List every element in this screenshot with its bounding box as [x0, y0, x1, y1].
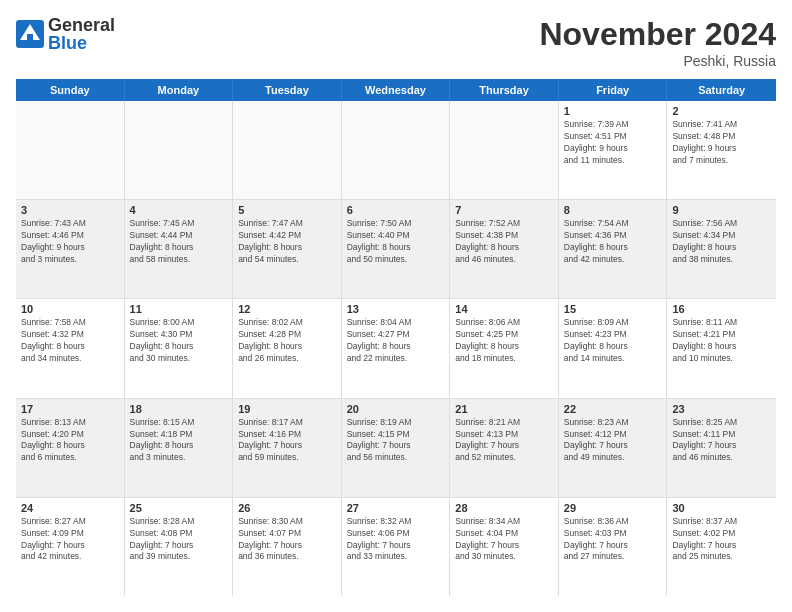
calendar-cell-r3-c5: 22Sunrise: 8:23 AM Sunset: 4:12 PM Dayli… — [559, 399, 668, 497]
day-number: 22 — [564, 403, 662, 415]
month-title: November 2024 — [539, 16, 776, 53]
day-number: 9 — [672, 204, 771, 216]
calendar-cell-r3-c3: 20Sunrise: 8:19 AM Sunset: 4:15 PM Dayli… — [342, 399, 451, 497]
calendar-cell-r3-c4: 21Sunrise: 8:21 AM Sunset: 4:13 PM Dayli… — [450, 399, 559, 497]
calendar-cell-r2-c2: 12Sunrise: 8:02 AM Sunset: 4:28 PM Dayli… — [233, 299, 342, 397]
calendar-cell-r4-c5: 29Sunrise: 8:36 AM Sunset: 4:03 PM Dayli… — [559, 498, 668, 596]
day-number: 19 — [238, 403, 336, 415]
day-number: 6 — [347, 204, 445, 216]
day-detail: Sunrise: 7:54 AM Sunset: 4:36 PM Dayligh… — [564, 218, 662, 266]
day-number: 4 — [130, 204, 228, 216]
day-detail: Sunrise: 8:00 AM Sunset: 4:30 PM Dayligh… — [130, 317, 228, 365]
day-number: 28 — [455, 502, 553, 514]
day-number: 24 — [21, 502, 119, 514]
calendar-cell-r1-c0: 3Sunrise: 7:43 AM Sunset: 4:46 PM Daylig… — [16, 200, 125, 298]
day-number: 17 — [21, 403, 119, 415]
day-number: 2 — [672, 105, 771, 117]
day-detail: Sunrise: 8:17 AM Sunset: 4:16 PM Dayligh… — [238, 417, 336, 465]
day-number: 13 — [347, 303, 445, 315]
calendar-cell-r4-c3: 27Sunrise: 8:32 AM Sunset: 4:06 PM Dayli… — [342, 498, 451, 596]
header-monday: Monday — [125, 79, 234, 101]
calendar-row-4: 24Sunrise: 8:27 AM Sunset: 4:09 PM Dayli… — [16, 498, 776, 596]
logo-text: General Blue — [48, 16, 115, 52]
calendar-cell-r2-c3: 13Sunrise: 8:04 AM Sunset: 4:27 PM Dayli… — [342, 299, 451, 397]
calendar-cell-r1-c3: 6Sunrise: 7:50 AM Sunset: 4:40 PM Daylig… — [342, 200, 451, 298]
calendar-cell-r0-c0 — [16, 101, 125, 199]
day-detail: Sunrise: 8:30 AM Sunset: 4:07 PM Dayligh… — [238, 516, 336, 564]
day-detail: Sunrise: 7:50 AM Sunset: 4:40 PM Dayligh… — [347, 218, 445, 266]
location: Peshki, Russia — [539, 53, 776, 69]
calendar-cell-r1-c1: 4Sunrise: 7:45 AM Sunset: 4:44 PM Daylig… — [125, 200, 234, 298]
calendar-cell-r4-c6: 30Sunrise: 8:37 AM Sunset: 4:02 PM Dayli… — [667, 498, 776, 596]
logo: General Blue — [16, 16, 115, 52]
logo-blue-text: Blue — [48, 34, 115, 52]
day-detail: Sunrise: 8:02 AM Sunset: 4:28 PM Dayligh… — [238, 317, 336, 365]
calendar-cell-r1-c5: 8Sunrise: 7:54 AM Sunset: 4:36 PM Daylig… — [559, 200, 668, 298]
calendar-row-3: 17Sunrise: 8:13 AM Sunset: 4:20 PM Dayli… — [16, 399, 776, 498]
day-detail: Sunrise: 8:13 AM Sunset: 4:20 PM Dayligh… — [21, 417, 119, 465]
day-detail: Sunrise: 7:56 AM Sunset: 4:34 PM Dayligh… — [672, 218, 771, 266]
day-number: 16 — [672, 303, 771, 315]
day-detail: Sunrise: 8:15 AM Sunset: 4:18 PM Dayligh… — [130, 417, 228, 465]
day-detail: Sunrise: 7:39 AM Sunset: 4:51 PM Dayligh… — [564, 119, 662, 167]
logo-general-text: General — [48, 16, 115, 34]
day-number: 18 — [130, 403, 228, 415]
day-number: 29 — [564, 502, 662, 514]
day-detail: Sunrise: 8:37 AM Sunset: 4:02 PM Dayligh… — [672, 516, 771, 564]
calendar-cell-r4-c2: 26Sunrise: 8:30 AM Sunset: 4:07 PM Dayli… — [233, 498, 342, 596]
day-detail: Sunrise: 7:58 AM Sunset: 4:32 PM Dayligh… — [21, 317, 119, 365]
calendar-cell-r0-c4 — [450, 101, 559, 199]
calendar-cell-r2-c0: 10Sunrise: 7:58 AM Sunset: 4:32 PM Dayli… — [16, 299, 125, 397]
calendar-cell-r3-c2: 19Sunrise: 8:17 AM Sunset: 4:16 PM Dayli… — [233, 399, 342, 497]
calendar-cell-r0-c3 — [342, 101, 451, 199]
header-tuesday: Tuesday — [233, 79, 342, 101]
calendar-cell-r2-c6: 16Sunrise: 8:11 AM Sunset: 4:21 PM Dayli… — [667, 299, 776, 397]
calendar-header: Sunday Monday Tuesday Wednesday Thursday… — [16, 79, 776, 101]
day-number: 3 — [21, 204, 119, 216]
header: General Blue November 2024 Peshki, Russi… — [16, 16, 776, 69]
day-number: 21 — [455, 403, 553, 415]
title-block: November 2024 Peshki, Russia — [539, 16, 776, 69]
svg-rect-2 — [27, 34, 33, 42]
day-detail: Sunrise: 8:11 AM Sunset: 4:21 PM Dayligh… — [672, 317, 771, 365]
day-detail: Sunrise: 7:45 AM Sunset: 4:44 PM Dayligh… — [130, 218, 228, 266]
day-detail: Sunrise: 8:04 AM Sunset: 4:27 PM Dayligh… — [347, 317, 445, 365]
day-number: 12 — [238, 303, 336, 315]
calendar-cell-r3-c0: 17Sunrise: 8:13 AM Sunset: 4:20 PM Dayli… — [16, 399, 125, 497]
day-number: 11 — [130, 303, 228, 315]
day-number: 15 — [564, 303, 662, 315]
calendar-cell-r0-c6: 2Sunrise: 7:41 AM Sunset: 4:48 PM Daylig… — [667, 101, 776, 199]
day-detail: Sunrise: 7:41 AM Sunset: 4:48 PM Dayligh… — [672, 119, 771, 167]
day-number: 8 — [564, 204, 662, 216]
calendar-cell-r1-c2: 5Sunrise: 7:47 AM Sunset: 4:42 PM Daylig… — [233, 200, 342, 298]
day-number: 10 — [21, 303, 119, 315]
calendar-cell-r1-c6: 9Sunrise: 7:56 AM Sunset: 4:34 PM Daylig… — [667, 200, 776, 298]
day-detail: Sunrise: 8:27 AM Sunset: 4:09 PM Dayligh… — [21, 516, 119, 564]
day-detail: Sunrise: 8:19 AM Sunset: 4:15 PM Dayligh… — [347, 417, 445, 465]
day-number: 7 — [455, 204, 553, 216]
calendar-cell-r2-c5: 15Sunrise: 8:09 AM Sunset: 4:23 PM Dayli… — [559, 299, 668, 397]
day-detail: Sunrise: 7:52 AM Sunset: 4:38 PM Dayligh… — [455, 218, 553, 266]
day-detail: Sunrise: 8:25 AM Sunset: 4:11 PM Dayligh… — [672, 417, 771, 465]
day-detail: Sunrise: 8:21 AM Sunset: 4:13 PM Dayligh… — [455, 417, 553, 465]
calendar-cell-r0-c2 — [233, 101, 342, 199]
day-number: 20 — [347, 403, 445, 415]
header-thursday: Thursday — [450, 79, 559, 101]
calendar-cell-r4-c4: 28Sunrise: 8:34 AM Sunset: 4:04 PM Dayli… — [450, 498, 559, 596]
calendar-cell-r1-c4: 7Sunrise: 7:52 AM Sunset: 4:38 PM Daylig… — [450, 200, 559, 298]
calendar-cell-r2-c1: 11Sunrise: 8:00 AM Sunset: 4:30 PM Dayli… — [125, 299, 234, 397]
day-number: 23 — [672, 403, 771, 415]
day-detail: Sunrise: 8:32 AM Sunset: 4:06 PM Dayligh… — [347, 516, 445, 564]
day-detail: Sunrise: 8:06 AM Sunset: 4:25 PM Dayligh… — [455, 317, 553, 365]
calendar-cell-r0-c5: 1Sunrise: 7:39 AM Sunset: 4:51 PM Daylig… — [559, 101, 668, 199]
day-number: 1 — [564, 105, 662, 117]
day-detail: Sunrise: 8:09 AM Sunset: 4:23 PM Dayligh… — [564, 317, 662, 365]
calendar-cell-r4-c1: 25Sunrise: 8:28 AM Sunset: 4:08 PM Dayli… — [125, 498, 234, 596]
day-number: 5 — [238, 204, 336, 216]
day-detail: Sunrise: 8:23 AM Sunset: 4:12 PM Dayligh… — [564, 417, 662, 465]
day-number: 27 — [347, 502, 445, 514]
day-detail: Sunrise: 8:36 AM Sunset: 4:03 PM Dayligh… — [564, 516, 662, 564]
logo-icon — [16, 20, 44, 48]
calendar-cell-r2-c4: 14Sunrise: 8:06 AM Sunset: 4:25 PM Dayli… — [450, 299, 559, 397]
header-sunday: Sunday — [16, 79, 125, 101]
